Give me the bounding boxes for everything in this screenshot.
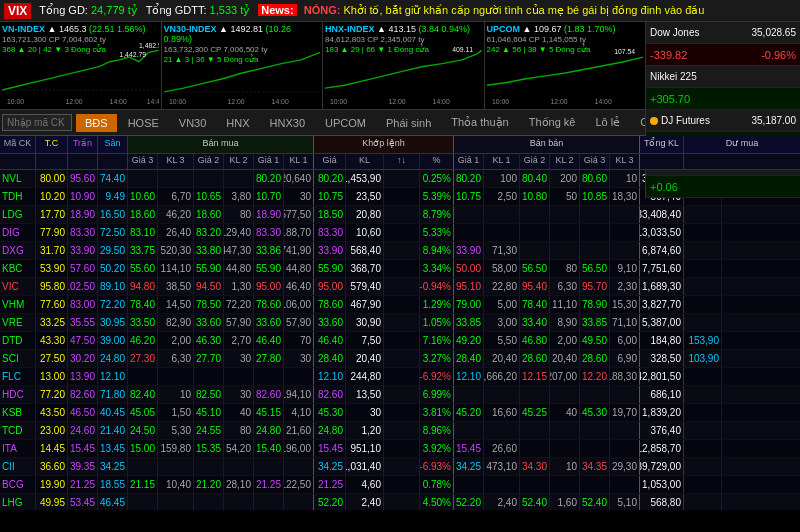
- cell: 4,10: [284, 404, 314, 421]
- cell: 40: [550, 404, 580, 421]
- cell: [128, 170, 158, 187]
- search-input[interactable]: [2, 114, 72, 131]
- table-row[interactable]: KBC53.9057.6050.2055.60114,1055.9044,805…: [0, 260, 800, 278]
- cell: KBC: [0, 260, 36, 277]
- table-row[interactable]: VIC95.80102.5089.1094.8038,5094.501,3095…: [0, 278, 800, 296]
- tab-upcom[interactable]: UPCOM: [316, 114, 375, 132]
- cell: [684, 458, 722, 475]
- table-row[interactable]: LHG49.9553.4546.4552.202,404.50%52.202,4…: [0, 494, 800, 510]
- upcom-title: UPCOM ▲ 109.67 (1.83 1.70%) 61,046,604 C…: [487, 24, 616, 54]
- cell: [610, 476, 640, 493]
- cell: 21.20: [194, 476, 224, 493]
- nikkei-row: Nikkei 225: [646, 66, 800, 88]
- cell: 82.40: [128, 386, 158, 403]
- cell: 46,40: [284, 278, 314, 295]
- cell: 579,40: [346, 278, 384, 295]
- cell: [684, 386, 722, 403]
- vn30-chart: VN30-INDEX ▲ 1492.81 (10.26 0.89%) 163,7…: [162, 22, 324, 109]
- cell: 95.00: [254, 278, 284, 295]
- svg-text:10:00: 10:00: [7, 98, 24, 105]
- cell: 53.45: [68, 494, 98, 510]
- cell: 1,50: [158, 404, 194, 421]
- cell: [610, 242, 640, 259]
- cell: [158, 494, 194, 510]
- table-row[interactable]: DIG77.9083.3072.5083.1026,4083.20129,408…: [0, 224, 800, 242]
- cell: [684, 296, 722, 313]
- cell: 27.50: [36, 350, 68, 367]
- table-row[interactable]: DXG31.7033.9029.5033.75520,3033.80447,30…: [0, 242, 800, 260]
- cell: 49.20: [454, 332, 484, 349]
- table-row[interactable]: SCI27.5030.2024.8027.306,3027.703027.803…: [0, 350, 800, 368]
- col-header-tran: Trần: [68, 136, 98, 153]
- cell: [684, 368, 722, 385]
- tab-thong-ke[interactable]: Thống kê: [520, 113, 585, 132]
- cell: 46.40: [254, 332, 284, 349]
- cell: 1,30: [224, 278, 254, 295]
- cell: [384, 278, 420, 295]
- cell: 18.60: [194, 206, 224, 223]
- tab-vn30[interactable]: VN30: [170, 114, 216, 132]
- cell: 95.00: [314, 278, 346, 295]
- tab-thoa-thuan[interactable]: Thỏa thuận: [442, 113, 517, 132]
- cell: [550, 242, 580, 259]
- cell: [454, 422, 484, 439]
- cell: 33.75: [128, 242, 158, 259]
- cell: 55.60: [128, 260, 158, 277]
- cell: 10: [158, 386, 194, 403]
- col-header-tc: T.C: [36, 136, 68, 153]
- cell: 26,60: [484, 440, 520, 457]
- tab-hnx30[interactable]: HNX30: [261, 114, 314, 132]
- cell: 33.90: [454, 242, 484, 259]
- cell: [158, 458, 194, 475]
- tab-hose[interactable]: HOSE: [119, 114, 168, 132]
- table-row[interactable]: VHM77.6083.0072.2078.4014,5078.5072,2078…: [0, 296, 800, 314]
- table-row[interactable]: BCG19.9021.2518.5521.1510,4021.2028,1021…: [0, 476, 800, 494]
- svg-text:12:00: 12:00: [66, 98, 83, 105]
- table-row[interactable]: HDC77.2082.6071.8082.401082.503082.60194…: [0, 386, 800, 404]
- cell: 15.45: [314, 440, 346, 457]
- table-row[interactable]: LDG17.7018.9016.5018.6046,2018.608018.90…: [0, 206, 800, 224]
- cell: [550, 440, 580, 457]
- cell: 4.50%: [420, 494, 454, 510]
- cell: 18.90: [68, 206, 98, 223]
- tong-gd: Tổng GD: 24,779 tỷ: [39, 4, 137, 17]
- tab-bds[interactable]: BĐS: [76, 114, 117, 132]
- table-row[interactable]: DTD43.3047.5039.0046.202,0046.302,7046.4…: [0, 332, 800, 350]
- tab-hnx[interactable]: HNX: [217, 114, 258, 132]
- upcom-chart: UPCOM ▲ 109.67 (1.83 1.70%) 61,046,604 C…: [485, 22, 646, 109]
- tab-phai-sinh[interactable]: Phái sinh: [377, 114, 440, 132]
- cell: 15.00: [128, 440, 158, 457]
- cell: 120,640: [284, 170, 314, 187]
- subh-bg1: Giá 1: [254, 154, 284, 169]
- cell: 23,50: [346, 188, 384, 205]
- tab-lo-le[interactable]: Lô lẻ: [586, 113, 629, 132]
- table-row[interactable]: CII36.6039.3534.2534.251,031,40-6.93%34.…: [0, 458, 800, 476]
- cell: 33.40: [520, 314, 550, 331]
- table-row[interactable]: FLC13.0013.9012.1012.10244,80-6.92%12.10…: [0, 368, 800, 386]
- cell: 10.75: [314, 188, 346, 205]
- table-row[interactable]: VRE33.2535.5530.9533.5082,9033.6057,9033…: [0, 314, 800, 332]
- table-row[interactable]: KSB43.5046.5040.4545.051,5045.104045.154…: [0, 404, 800, 422]
- table-row[interactable]: ITA14.4515.4513.4515.00159,8015.3554,201…: [0, 440, 800, 458]
- cell: 30: [284, 188, 314, 205]
- cell: 28.40: [314, 350, 346, 367]
- table-row[interactable]: TCD23.0024.6021.4024.505,3024.558024.802…: [0, 422, 800, 440]
- col-header-ban-mua: Bán mua: [128, 136, 314, 153]
- cell: [684, 242, 722, 259]
- cell: 82,90: [158, 314, 194, 331]
- cell: [384, 332, 420, 349]
- cell: 7.16%: [420, 332, 454, 349]
- subh-bkl3: KL 3: [158, 154, 194, 169]
- cell: 83.30: [254, 224, 284, 241]
- charts-area: VN-INDEX ▲ 1465.3 (22.51 1.56%) 163,721,…: [0, 22, 645, 110]
- cell: 80.60: [580, 170, 610, 187]
- cell: 42,801,50: [640, 368, 684, 385]
- cell: 80.20: [314, 170, 346, 187]
- subh-sg1: Giá 1: [454, 154, 484, 169]
- cell: [684, 224, 722, 241]
- cell: [384, 242, 420, 259]
- cell: 83.30: [68, 224, 98, 241]
- subheader-tran: [68, 154, 98, 169]
- cell: 34.25: [98, 458, 128, 475]
- cell: [580, 386, 610, 403]
